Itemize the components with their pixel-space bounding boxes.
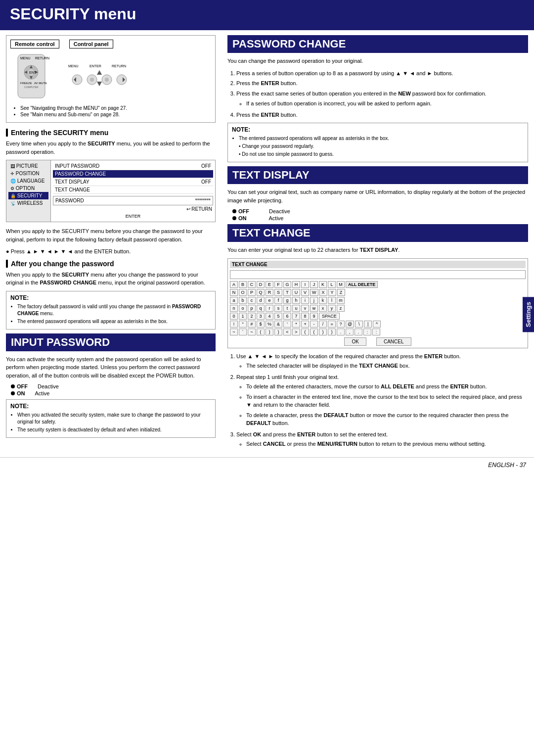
menu-left-panel: 🖼 PICTURE ✛ POSITION 🌐 LANGUAGE ⚙ OPTION… [6, 160, 51, 222]
menu-row-input-password: INPUT PASSWORDOFF [53, 162, 213, 170]
text-display-body: You can set your original text, such as … [227, 188, 528, 204]
menu-item-language: 🌐 LANGUAGE [8, 177, 48, 185]
svg-text:MENU: MENU [20, 56, 31, 60]
note-box-1: NOTE: The factory default password is va… [6, 291, 216, 330]
menu-row-text-display: TEXT DISPLAYOFF [53, 178, 213, 186]
press-instruction: ● Press ▲ ► ▼ ◄ ► ▼ ◄ and the ENTER butt… [6, 247, 216, 256]
remote-bullets: See "Navigating through the MENU" on pag… [10, 105, 211, 117]
keyboard-diagram: TEXT CHANGE ABCDEFGHIJKLM ALL DELETE NOP… [227, 258, 528, 348]
svg-text:ENTER: ENTER [89, 64, 101, 68]
svg-text:RETURN: RETURN [35, 56, 49, 60]
note1-title: NOTE: [10, 294, 211, 301]
svg-text:AV MUTE: AV MUTE [34, 82, 47, 85]
all-delete-key[interactable]: ALL DELETE [346, 281, 378, 288]
text-change-steps: Use ▲ ▼ ◄ ► to specify the location of t… [227, 352, 528, 448]
remote-control-label: Remote control [10, 40, 59, 48]
menu-diagram: 🖼 PICTURE ✛ POSITION 🌐 LANGUAGE ⚙ OPTION… [6, 160, 216, 222]
svg-text:ENT: ENT [29, 71, 37, 74]
enter-label: ENTER [53, 213, 213, 220]
svg-point-20 [90, 78, 94, 82]
entering-security-body: Every time when you apply to the SECURIT… [6, 140, 216, 156]
note3-item2: • Change your password regularly. [239, 143, 524, 150]
password-change-header: PASSWORD CHANGE [227, 35, 528, 53]
page-title: SECURITY menu [0, 0, 534, 30]
svg-text:COMPUTER: COMPUTER [24, 86, 39, 89]
note3-item3: • Do not use too simple password to gues… [239, 151, 524, 158]
keyboard-row-upper1: ABCDEFGHIJKLM ALL DELETE [230, 281, 526, 288]
keyboard-action-buttons: OK CANCEL [230, 337, 526, 346]
keyboard-row-symbols2: ~`~())<>(()).,.:: [230, 329, 526, 335]
control-panel-label: Control panel [69, 40, 113, 48]
text-display-header: TEXT DISPLAY [227, 166, 528, 184]
note2-title: NOTE: [10, 403, 211, 410]
space-key[interactable]: SPACE [319, 313, 340, 320]
body-after-diagram: When you apply to the SECURITY menu befo… [6, 227, 216, 243]
note2-item1: When you activated the security system, … [17, 412, 211, 425]
input-password-options: OFF Deactive ON Active [11, 383, 216, 396]
keyboard-row-numbers: 0123456789 SPACE [230, 313, 526, 320]
text-display-options: OFF Deactive ON Active [232, 208, 528, 221]
menu-password-row: PASSWORD******** [53, 196, 213, 205]
note3-item1: The entered password operations will app… [239, 135, 524, 142]
remote-control-box: Remote control Control panel MENU RETURN… [6, 35, 216, 123]
after-password-title: After you change the password [6, 260, 216, 268]
menu-item-option: ⚙ OPTION [8, 185, 48, 192]
svg-text:RETURN: RETURN [112, 64, 126, 68]
svg-point-22 [105, 78, 109, 82]
menu-item-position: ✛ POSITION [8, 170, 48, 177]
control-panel-diagram: MENU ENTER RETURN [67, 62, 132, 92]
after-password-body: When you apply to the SECURITY menu afte… [6, 271, 216, 287]
password-change-steps: Press a series of button operation up to… [227, 69, 528, 119]
input-password-header: INPUT PASSWORD [6, 333, 216, 351]
svg-text:FREEZE: FREEZE [20, 82, 32, 85]
svg-text:MENU: MENU [68, 64, 79, 68]
menu-right-panel: INPUT PASSWORDOFF PASSWORD CHANGE TEXT D… [51, 160, 215, 222]
settings-tab: Settings [523, 297, 534, 332]
note1-item1: The factory default password is valid un… [17, 303, 211, 317]
keyboard-row-lower2: nopqrstuvwxyz [230, 305, 526, 312]
keyboard-title: TEXT CHANGE [230, 261, 526, 268]
text-change-header: TEXT CHANGE [227, 224, 528, 242]
note3-title: NOTE: [232, 126, 524, 133]
menu-icons: ↩ RETURN [53, 205, 213, 213]
menu-item-security-active: 🔒 SECURITY [8, 192, 48, 199]
note-box-3: NOTE: The entered password operations wi… [227, 123, 528, 162]
text-input-field [230, 270, 526, 279]
menu-item-picture: 🖼 PICTURE [8, 162, 48, 170]
footer: ENGLISH - 37 [0, 457, 534, 472]
cancel-button[interactable]: CANCEL [376, 337, 411, 346]
svg-marker-16 [97, 70, 102, 75]
entering-security-title: Entering the SECURITY menu [6, 129, 216, 137]
text-change-body: You can enter your original text up to 2… [227, 246, 528, 254]
note-box-2: NOTE: When you activated the security sy… [6, 399, 216, 438]
input-password-body: You can activate the security system and… [6, 355, 216, 380]
keyboard-row-lower1: abcdefghijklm [230, 297, 526, 304]
menu-row-password-change: PASSWORD CHANGE [53, 170, 213, 178]
keyboard-row-upper2: NOPQRSTUVWXYZ [230, 289, 526, 296]
footer-text: ENGLISH - 37 [488, 462, 526, 469]
note2-item2: The security system is deactivated by de… [17, 426, 211, 433]
menu-row-text-change: TEXT CHANGE [53, 186, 213, 194]
note1-item2: The entered password operations will app… [17, 318, 211, 325]
password-change-body: You can change the password operation to… [227, 57, 528, 65]
menu-item-wireless: 📡 WIRELESS [8, 199, 48, 207]
remote-control-diagram: MENU RETURN ENT FREEZE AV MUTE COMPUTER [15, 53, 52, 100]
keyboard-row-symbols1: !"#$%&'*+-/=?@\|^ [230, 321, 526, 328]
svg-marker-25 [97, 82, 102, 86]
ok-button[interactable]: OK [344, 337, 366, 346]
